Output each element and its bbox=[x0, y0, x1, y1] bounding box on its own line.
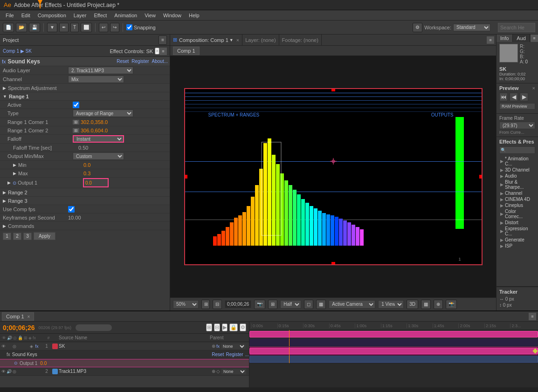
reset-exposure-btn[interactable]: ⊕ bbox=[434, 300, 443, 309]
tl-icon-5[interactable]: ⚙ bbox=[240, 323, 246, 331]
type-select[interactable]: Average of Range bbox=[73, 110, 133, 117]
view-count-select[interactable]: 1 View bbox=[378, 300, 404, 309]
new-project-btn[interactable]: 📄 bbox=[3, 23, 14, 32]
tl-icon-1[interactable]: ⊞ bbox=[206, 323, 212, 331]
effect-controls-close[interactable]: × bbox=[155, 48, 159, 55]
workspace-select[interactable]: Standard bbox=[453, 24, 490, 31]
preview-prev-btn[interactable]: ◀ bbox=[510, 93, 518, 101]
layer1-track-bar[interactable] bbox=[249, 331, 538, 337]
menu-animation[interactable]: Animation bbox=[110, 12, 141, 19]
layer2-eye-icon[interactable]: 👁 bbox=[1, 369, 6, 374]
zoom-select[interactable]: 50% bbox=[173, 300, 199, 309]
renderer-btn[interactable]: ▦ bbox=[421, 300, 431, 309]
sound-keys-reset[interactable]: Reset bbox=[212, 352, 224, 357]
timeline-search-input[interactable] bbox=[75, 324, 112, 331]
effect-cinema4d[interactable]: ▶ CINEMA 4D bbox=[499, 196, 535, 202]
search-input[interactable] bbox=[498, 23, 535, 32]
tl-icon-2[interactable]: ⊟ bbox=[214, 323, 220, 331]
info-menu-btn[interactable]: ≡ bbox=[531, 34, 538, 42]
fit-to-comp-btn[interactable]: ⊞ bbox=[201, 300, 210, 309]
select-tool[interactable]: ▼ bbox=[47, 23, 57, 32]
num-btn-1[interactable]: 1 bbox=[3, 233, 11, 240]
menu-view[interactable]: View bbox=[141, 12, 159, 19]
snapshot-btn[interactable]: 📸 bbox=[446, 300, 457, 309]
effect-color-correct[interactable]: ▶ Color Correc... bbox=[499, 208, 535, 220]
snapping-checkbox[interactable] bbox=[126, 24, 132, 30]
draft-3d-btn[interactable]: 3D bbox=[407, 300, 418, 309]
fast-preview-btn[interactable]: ◻ bbox=[304, 300, 313, 309]
timeline-scrollbar-h[interactable] bbox=[0, 387, 249, 392]
min-num[interactable]: 0.0 bbox=[83, 162, 90, 168]
output1-triangle[interactable]: ▶ bbox=[7, 180, 11, 185]
corner1-coords[interactable]: 302.0,358.0 bbox=[81, 119, 108, 125]
quality-select[interactable]: Half bbox=[280, 300, 301, 309]
effect-isp[interactable]: ▶ ISP bbox=[499, 243, 535, 249]
active-checkbox[interactable] bbox=[73, 102, 79, 108]
save-btn[interactable]: 💾 bbox=[29, 23, 40, 32]
output1-track-bar[interactable] bbox=[249, 348, 538, 354]
layer1-fx-icon[interactable]: fx bbox=[34, 344, 39, 349]
open-btn[interactable]: 📂 bbox=[16, 23, 27, 32]
comp-dropdown-icon[interactable]: ▼ bbox=[229, 38, 234, 42]
effect-animation[interactable]: ▶ * Animation C... bbox=[499, 156, 535, 167]
audio-tab[interactable]: Aud bbox=[513, 34, 530, 42]
commands-triangle[interactable]: ▶ bbox=[3, 224, 6, 228]
menu-window[interactable]: Window bbox=[159, 12, 185, 19]
project-menu-btn[interactable]: ≡ bbox=[159, 35, 167, 45]
preview-play-btn[interactable]: ▶ bbox=[520, 93, 528, 101]
effect-cineplus[interactable]: ▶ Cineplus bbox=[499, 202, 535, 208]
comp-name-tab[interactable]: Comp 1 bbox=[173, 47, 200, 55]
about-link[interactable]: About... bbox=[152, 59, 168, 64]
view-camera-select[interactable]: Active Camera bbox=[329, 300, 375, 309]
apply-btn[interactable]: Apply bbox=[34, 232, 55, 240]
layer1-parent-select[interactable]: None bbox=[221, 343, 246, 350]
range1-triangle[interactable]: ▼ bbox=[3, 94, 7, 99]
effects-search-input[interactable] bbox=[507, 148, 535, 153]
effect-channel[interactable]: ▶ Channel bbox=[499, 190, 535, 196]
output-minmax-select[interactable]: Custom bbox=[73, 152, 124, 160]
range2-triangle[interactable]: ▶ bbox=[3, 190, 6, 195]
frame-rate-select[interactable]: (29.97) bbox=[499, 122, 535, 129]
layer2-solo-icon[interactable]: ◎ bbox=[12, 369, 17, 374]
use-comp-fps-checkbox[interactable] bbox=[68, 206, 75, 213]
pen-tool[interactable]: ✒ bbox=[59, 23, 69, 32]
timeline-menu-btn[interactable]: ≡ bbox=[529, 313, 536, 320]
min-triangle[interactable]: ▶ bbox=[13, 163, 16, 167]
timeline-comp-tab[interactable]: Comp 1 × bbox=[2, 312, 34, 321]
camera-icon-btn[interactable]: 📷 bbox=[254, 300, 265, 309]
preview-first-btn[interactable]: ⏮ bbox=[499, 93, 508, 101]
sound-keys-more[interactable]: ... bbox=[245, 352, 249, 357]
effect-3d-channel[interactable]: ▶ 3D Channel bbox=[499, 167, 535, 173]
layer1-eye-icon[interactable]: 👁 bbox=[1, 344, 6, 349]
layer2-parent-select[interactable]: None bbox=[221, 368, 247, 375]
effect-blur[interactable]: ▶ Blur & Sharpe... bbox=[499, 179, 535, 190]
tl-icon-3[interactable]: ▶ bbox=[222, 323, 228, 331]
comp-close[interactable]: × bbox=[236, 37, 239, 43]
tl-icon-4[interactable]: 🔒 bbox=[229, 323, 238, 331]
layer1-solo-icon[interactable]: ◎ bbox=[12, 344, 17, 349]
undo-btn[interactable]: ↩ bbox=[99, 23, 108, 32]
reset-link[interactable]: Reset bbox=[117, 59, 129, 64]
spectrum-triangle[interactable]: ▶ bbox=[3, 86, 6, 90]
settings-btn[interactable]: ⚙ bbox=[413, 23, 422, 32]
effect-audio[interactable]: ▶ Audio bbox=[499, 173, 535, 179]
info-tab[interactable]: Info bbox=[497, 34, 513, 42]
menu-composition[interactable]: Composition bbox=[34, 12, 70, 19]
menu-help[interactable]: Help bbox=[185, 12, 203, 19]
menu-effect[interactable]: Effect bbox=[90, 12, 110, 19]
max-num[interactable]: 0.3 bbox=[83, 171, 90, 176]
preview-close[interactable]: × bbox=[532, 85, 535, 91]
menu-file[interactable]: File bbox=[2, 12, 18, 19]
num-btn-2[interactable]: 2 bbox=[13, 233, 21, 240]
register-link[interactable]: Register bbox=[131, 59, 149, 64]
layer2-audio-bar[interactable] bbox=[249, 356, 538, 363]
effect-generate[interactable]: ▶ Generate bbox=[499, 237, 535, 243]
falloff-select[interactable]: Instant bbox=[73, 135, 124, 143]
redo-btn[interactable]: ↪ bbox=[110, 23, 119, 32]
channel-select[interactable]: Mix bbox=[68, 76, 124, 83]
audio-layer-select[interactable]: 2. Track11.MP3 bbox=[68, 67, 133, 74]
viewer-menu-btn[interactable]: ≡ bbox=[487, 36, 494, 44]
corner2-coords[interactable]: 306.0,604.0 bbox=[81, 128, 108, 133]
range3-triangle[interactable]: ▶ bbox=[3, 199, 6, 203]
output1-input[interactable] bbox=[83, 178, 109, 187]
